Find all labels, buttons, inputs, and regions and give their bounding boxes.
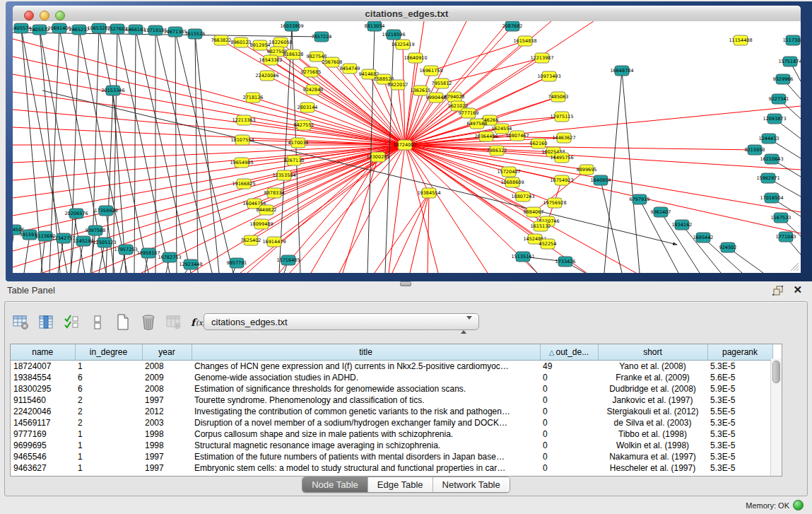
graph-node[interactable]: 9329966 xyxy=(773,74,794,84)
graph-node[interactable]: 2465217 xyxy=(69,25,90,35)
graph-node[interactable]: 562160 xyxy=(530,139,548,148)
graph-edge[interactable] xyxy=(134,30,136,273)
graph-node[interactable]: 8878334 xyxy=(264,188,285,198)
graph-node[interactable]: 452254 xyxy=(539,239,557,249)
table-cell[interactable]: Yano et al. (2008) xyxy=(598,361,707,373)
graph-node[interactable]: 19756928 xyxy=(543,198,566,208)
graph-node[interactable]: 18640910 xyxy=(404,53,427,63)
table-cell[interactable]: 9115460 xyxy=(11,395,75,406)
delete-column-button[interactable] xyxy=(138,313,159,332)
table-cell[interactable]: 2008 xyxy=(142,361,192,373)
graph-node[interactable]: 2803144 xyxy=(298,103,318,112)
network-svg[interactable]: 1872400776638228960123891295418226058982… xyxy=(13,21,801,273)
table-cell[interactable]: 2 xyxy=(75,417,142,428)
table-cell[interactable]: 14569117 xyxy=(11,417,75,428)
graph-node[interactable]: 16210643 xyxy=(760,154,783,164)
graph-node[interactable]: 924502 xyxy=(719,243,737,252)
table-cell[interactable]: 5.3E-5 xyxy=(707,428,772,440)
table-cell[interactable]: 1 xyxy=(75,361,142,373)
table-cell[interactable]: 9699695 xyxy=(11,440,75,451)
table-cell[interactable]: 5.5E-5 xyxy=(707,406,772,417)
graph-node[interactable]: 2087682 xyxy=(502,21,523,31)
table-cell[interactable]: 0 xyxy=(540,395,598,406)
table-cell[interactable]: Dudbridge et al. (2008) xyxy=(598,383,707,395)
graph-node[interactable]: 9899695 xyxy=(577,165,597,175)
table-cell[interactable]: 49 xyxy=(540,361,598,373)
graph-node[interactable]: 9227341 xyxy=(769,94,789,104)
graph-edge[interactable] xyxy=(13,110,405,145)
table-cell[interactable]: 0 xyxy=(540,417,598,428)
graph-node[interactable]: 8427552 xyxy=(294,120,314,130)
table-settings-button[interactable] xyxy=(11,313,32,332)
table-cell[interactable]: 5.6E-5 xyxy=(707,372,772,383)
graph-node[interactable]: 12093873 xyxy=(763,114,786,124)
table-cell[interactable]: Disruption of a novel member of a sodium… xyxy=(192,417,540,428)
graph-node[interactable]: 9275685 xyxy=(301,67,322,77)
graph-node[interactable]: 16961758 xyxy=(419,66,442,76)
graph-node[interactable]: 1615132 xyxy=(531,221,551,231)
graph-edge[interactable] xyxy=(442,58,542,83)
table-cell[interactable]: 9777169 xyxy=(11,428,75,440)
graph-node[interactable]: 1244413 xyxy=(759,134,779,144)
graph-edge[interactable] xyxy=(389,145,405,273)
table-cell[interactable]: 0 xyxy=(540,428,598,440)
graph-edge[interactable] xyxy=(405,145,587,273)
graph-node[interactable]: 9397588 xyxy=(86,226,106,235)
table-cell[interactable]: 2003 xyxy=(142,417,192,428)
table-cell[interactable]: 0 xyxy=(540,451,598,462)
table-cell[interactable]: 0 xyxy=(540,440,598,451)
graph-node[interactable]: 6794028 xyxy=(445,92,465,102)
graph-node[interactable]: 1145194 xyxy=(73,236,94,246)
table-cell[interactable]: 5.9E-5 xyxy=(707,383,772,395)
graph-edge[interactable] xyxy=(24,235,30,273)
graph-node[interactable]: 16648784 xyxy=(610,66,633,76)
graph-edge[interactable] xyxy=(604,71,622,273)
table-cell[interactable]: 1997 xyxy=(142,451,192,462)
graph-node[interactable]: 18807243 xyxy=(511,192,534,201)
graph-node[interactable]: 8960123 xyxy=(231,37,252,47)
table-cell[interactable]: 18724007 xyxy=(11,361,75,373)
table-cell[interactable]: Tibbo et al. (1998) xyxy=(598,428,707,440)
table-row[interactable]: 946554611997Estimation of the future num… xyxy=(11,451,772,462)
graph-node[interactable]: 9777169 xyxy=(459,108,479,118)
graph-node[interactable]: 16914479 xyxy=(262,237,286,247)
table-cell[interactable]: 1997 xyxy=(142,462,192,474)
column-header-short[interactable]: short xyxy=(598,344,707,361)
table-cell[interactable]: 5.3E-5 xyxy=(707,417,772,428)
table-cell[interactable]: 18300295 xyxy=(11,383,75,395)
table-row[interactable]: 977716911998Corpus callosum shape and si… xyxy=(11,428,772,440)
close-panel-icon[interactable]: ✕ xyxy=(793,284,802,296)
graph-node[interactable]: 1834162 xyxy=(672,220,693,230)
column-header-title[interactable]: title xyxy=(192,344,540,361)
graph-edge[interactable] xyxy=(405,58,416,145)
table-cell[interactable]: Investigating the contribution of common… xyxy=(192,406,540,417)
table-cell[interactable]: 22420046 xyxy=(11,406,75,417)
table-cell[interactable]: 1 xyxy=(75,462,142,474)
graph-edge[interactable] xyxy=(343,157,378,273)
graph-edge[interactable] xyxy=(410,193,429,273)
graph-node[interactable]: 1167533 xyxy=(771,213,792,223)
graph-node[interactable]: 9990448 xyxy=(426,93,447,103)
graph-node[interactable]: 1117304 xyxy=(783,35,801,45)
graph-node[interactable]: 12213987 xyxy=(530,53,553,63)
tab-node-table[interactable]: Node Table xyxy=(302,477,368,492)
table-row[interactable]: 969969511998Structural magnetic resonanc… xyxy=(11,440,772,451)
graph-node[interactable]: 8822017 xyxy=(388,80,408,90)
graph-node[interactable]: 9857791 xyxy=(227,258,247,268)
graph-edge[interactable] xyxy=(13,145,405,180)
table-cell[interactable]: Nakamura et al. (1997) xyxy=(598,451,707,462)
graph-node[interactable]: 6466161 xyxy=(126,25,146,35)
column-header-pagerank[interactable]: pagerank xyxy=(707,344,772,361)
graph-node[interactable]: 18107554 xyxy=(230,135,254,145)
table-cell[interactable]: 1 xyxy=(75,451,142,462)
tab-edge-table[interactable]: Edge Table xyxy=(368,477,433,492)
graph-node[interactable]: 6497568 xyxy=(467,119,488,129)
select-rows-button[interactable] xyxy=(61,313,83,332)
table-cell[interactable]: 9463627 xyxy=(11,462,75,474)
table-cell[interactable]: 1998 xyxy=(142,428,192,440)
table-vertical-scrollbar[interactable] xyxy=(770,358,782,476)
table-cell[interactable]: 1 xyxy=(75,428,142,440)
graph-edge[interactable] xyxy=(622,71,640,273)
graph-node[interactable]: 15751874 xyxy=(778,57,801,66)
graph-edge[interactable] xyxy=(405,106,458,145)
